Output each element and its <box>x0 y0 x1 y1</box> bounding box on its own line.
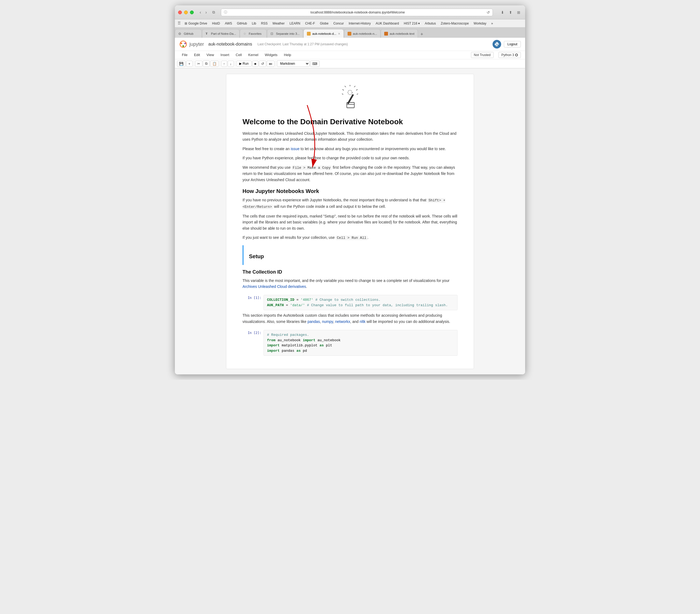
jupyter-logo: jupyter auk-notebook-domains Last Checkp… <box>179 40 348 48</box>
logout-button[interactable]: Logout <box>504 41 521 47</box>
numpy-link[interactable]: numpy <box>322 319 333 324</box>
svg-point-4 <box>496 42 497 43</box>
tab-auk-domains[interactable]: auk-notebook-d... × <box>303 29 344 38</box>
tab-github[interactable]: ⊙ GitHub <box>175 29 202 38</box>
menu-help[interactable]: Help <box>281 52 294 58</box>
paste-cell-button[interactable]: 📋 <box>210 61 219 67</box>
menu-edit[interactable]: Edit <box>191 52 203 58</box>
run-button[interactable]: ▶ Run <box>236 61 252 66</box>
bookmark-histd[interactable]: HistD <box>210 21 222 26</box>
bookmark-more[interactable]: » <box>489 21 495 26</box>
bookmark-github[interactable]: GitHub <box>235 21 249 26</box>
pandas-link[interactable]: pandas <box>308 319 320 324</box>
save-button[interactable]: 💾 <box>177 61 186 67</box>
cell1-line2: AUK_PATH = 'data/' # Change value to ful… <box>267 303 454 308</box>
forward-button[interactable]: › <box>204 10 208 15</box>
notebook-container: Welcome to the Domain Derivative Noteboo… <box>226 74 474 369</box>
cell1-content[interactable]: COLLECTION_ID = '4867' # Change to switc… <box>263 295 458 310</box>
svg-point-3 <box>183 45 184 47</box>
new-tab-plus-button[interactable]: + <box>418 32 425 37</box>
bookmark-internet-history[interactable]: Internet-History <box>347 21 373 26</box>
python-logo-svg <box>494 41 500 47</box>
close-button[interactable] <box>178 11 182 14</box>
address-bar[interactable]: ⓘ localhost:8888/notebooks/auk-notebook-… <box>221 9 493 16</box>
tab-auk-text[interactable]: auk-notebook-text <box>381 29 418 38</box>
cut-cell-button[interactable]: ✂ <box>195 61 202 67</box>
bookmark-workday[interactable]: Workday <box>472 21 488 26</box>
cell2-label: In [2]: <box>242 330 261 335</box>
jupyter-brand-bar: jupyter auk-notebook-domains Last Checkp… <box>175 38 525 51</box>
notebook-name[interactable]: auk-notebook-domains <box>208 42 252 47</box>
code-cell-1: In [1]: COLLECTION_ID = '4867' # Change … <box>242 293 458 312</box>
cell-run-all-code: Cell > Run All <box>336 236 367 240</box>
bookmark-rss[interactable]: RSS <box>259 21 270 26</box>
bookmark-learn[interactable]: LEARN <box>287 21 302 26</box>
copy-cell-button[interactable]: ⧉ <box>203 60 210 67</box>
tab-close-icon[interactable]: × <box>338 32 340 36</box>
stop-button[interactable]: ■ <box>252 61 259 67</box>
bookmark-arbutus[interactable]: Arbutus <box>423 21 438 26</box>
auk1-favicon <box>307 32 311 36</box>
bookmark-auk-dashboard[interactable]: AUK Dashboard <box>373 21 401 26</box>
issue-link[interactable]: issue <box>291 147 300 151</box>
menu-cell[interactable]: Cell <box>233 52 245 58</box>
bookmark-google-drive[interactable]: ⊞ Google Drive <box>183 21 209 26</box>
code-cell-2: In [2]: # Required packages. from au_not… <box>242 328 458 358</box>
sep-favicon: ⊡ <box>271 32 274 36</box>
menu-widgets[interactable]: Widgets <box>262 52 280 58</box>
cell2-content[interactable]: # Required packages. from au_notebook im… <box>263 330 458 356</box>
apps-icon[interactable]: ⠿ <box>177 21 181 26</box>
welcome-heading: Welcome to the Domain Derivative Noteboo… <box>242 118 458 126</box>
minimize-button[interactable] <box>184 11 188 14</box>
tab-separate[interactable]: ⊡ Separate into 3... <box>267 29 303 38</box>
svg-line-7 <box>354 86 355 87</box>
back-button[interactable]: ‹ <box>198 10 203 15</box>
bookmark-aws[interactable]: AWS <box>223 21 234 26</box>
tab-separate-label: Separate into 3... <box>276 32 300 35</box>
menu-bar: File Edit View Insert Cell Kernel Widget… <box>175 51 525 59</box>
bookmark-zotero[interactable]: Zotero-Macroscope <box>439 21 471 26</box>
star-favicon: ☆ <box>243 32 247 36</box>
cell-type-select[interactable]: Markdown Code Raw NBConvert Heading <box>277 60 310 67</box>
svg-line-12 <box>342 94 343 94</box>
svg-point-1 <box>180 42 182 44</box>
move-down-button[interactable]: ↓ <box>228 61 234 67</box>
tab-notre-dame-label: Part of Notre-Da... <box>211 32 236 35</box>
jupyter-header: jupyter auk-notebook-domains Last Checkp… <box>175 38 525 69</box>
menu-view[interactable]: View <box>204 52 217 58</box>
auk-derivatives-link[interactable]: Archives Unleashed Cloud derivatives <box>242 284 306 289</box>
svg-point-13 <box>348 90 352 95</box>
bookmark-lib[interactable]: Lib <box>250 21 259 26</box>
titlebar: ‹ › ⧉ ⓘ localhost:8888/notebooks/auk-not… <box>175 5 525 20</box>
keyboard-shortcuts-button[interactable]: ⌨ <box>310 61 320 67</box>
new-tab-button[interactable]: ⊞ <box>515 10 522 15</box>
bookmark-concur[interactable]: Concur <box>331 21 346 26</box>
restart-button[interactable]: ↺ <box>259 61 266 67</box>
tab-auk-notebook[interactable]: auk-notebook-n... <box>344 29 381 38</box>
menu-file[interactable]: File <box>179 52 190 58</box>
bookmark-weather[interactable]: Weather <box>270 21 287 26</box>
collection-p2: This section imports the AuNotebook cust… <box>242 312 458 324</box>
tab-notre-dame[interactable]: T Part of Notre-Da... <box>202 29 239 38</box>
move-up-button[interactable]: ↑ <box>221 61 227 67</box>
download-button[interactable]: ⬇ <box>499 10 506 15</box>
restart-run-button[interactable]: ⏭ <box>267 61 275 67</box>
networkx-link[interactable]: networkx <box>335 319 350 324</box>
kernel-status-circle <box>515 54 518 56</box>
bookmark-globe[interactable]: Globe <box>318 21 330 26</box>
reload-button[interactable]: ↺ <box>487 10 490 14</box>
share-button[interactable]: ⬆ <box>507 10 514 15</box>
tab-favorites[interactable]: ☆ Favorites <box>240 29 267 38</box>
bookmark-hist216[interactable]: HIST 216 ▾ <box>402 21 422 26</box>
nltk-link[interactable]: nltk <box>360 319 366 324</box>
maximize-button[interactable] <box>190 11 194 14</box>
add-cell-button[interactable]: + <box>186 61 193 67</box>
menu-insert[interactable]: Insert <box>218 52 232 58</box>
bookmark-chef[interactable]: CHE-F <box>303 21 317 26</box>
jupyter-logo-icon <box>179 40 187 48</box>
menu-kernel[interactable]: Kernel <box>246 52 261 58</box>
show-overview-button[interactable]: ⧉ <box>211 10 217 15</box>
tab-auk-domains-label: auk-notebook-d... <box>312 32 337 35</box>
checkpoint-text: Last Checkpoint: Last Thursday at 1:27 P… <box>258 42 348 46</box>
kernel-info: Python 3 <box>499 52 521 58</box>
